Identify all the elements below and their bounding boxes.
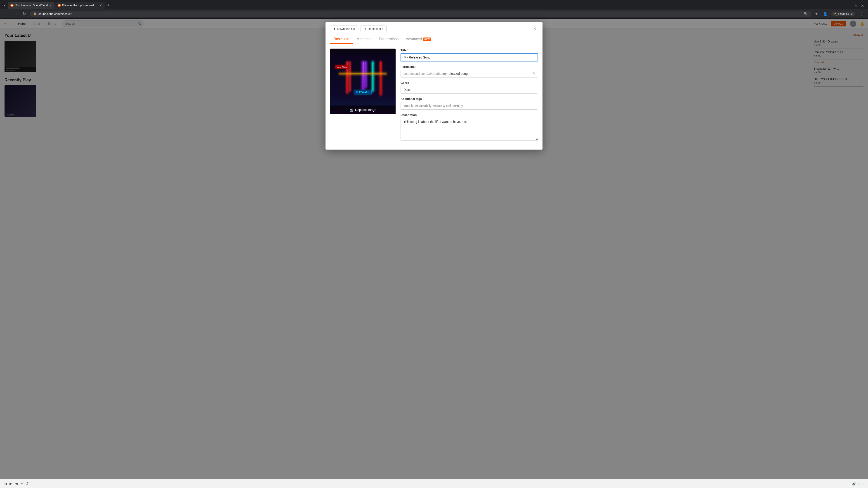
- description-form-group: Description This song is about the life …: [401, 113, 538, 141]
- browser-tab-2[interactable]: Discover the top streamed mus... ✕: [55, 2, 105, 9]
- tags-form-group: Additional tags: [401, 97, 538, 109]
- tags-input[interactable]: [401, 102, 538, 109]
- modal-overlay: ⬇ Download file ⬆ Replace file × Basic i…: [0, 18, 868, 479]
- modal-body: Coca-Cola CITYWALK 📷 Replace image: [326, 44, 542, 150]
- incognito-label: Incognito (2): [838, 12, 853, 15]
- browser-tab-bar: ▼ Your tracks on SoundCloud ✕ Discover t…: [0, 0, 868, 9]
- permalink-input-wrap: soundcloud.com/a24beaba/ my-released-son…: [401, 70, 538, 77]
- description-textarea[interactable]: This song is about the life I want to ha…: [401, 118, 538, 140]
- new-badge: NEW: [423, 37, 431, 41]
- bookmark-button[interactable]: ★: [813, 11, 819, 17]
- player-next-button[interactable]: ⏭: [14, 482, 18, 486]
- player-repeat-button[interactable]: ↺: [26, 482, 29, 486]
- tab2-favicon: [58, 4, 61, 7]
- modal-action-bar: ⬇ Download file ⬆ Replace file ×: [326, 22, 542, 34]
- incognito-badge[interactable]: 🥷 Incognito (2): [831, 11, 855, 16]
- permalink-prefix: soundcloud.com/a24beaba/: [403, 72, 442, 75]
- title-form-group: Title *: [401, 48, 538, 61]
- replace-file-label: Replace file: [368, 27, 383, 31]
- tags-label: Additional tags: [401, 97, 538, 101]
- camera-icon: 📷: [349, 108, 353, 111]
- address-bar-search-icon: 🔍: [804, 12, 808, 15]
- browser-tab-dropdown[interactable]: ▼: [2, 2, 7, 9]
- new-tab-button[interactable]: +: [105, 2, 112, 9]
- browser-tab-1[interactable]: Your tracks on SoundCloud ✕: [8, 2, 55, 9]
- tab-basic-info[interactable]: Basic info: [330, 34, 353, 44]
- genre-form-group: Genre Disco Pop Rock Electronic Hip-hop …: [401, 81, 538, 94]
- replace-image-overlay[interactable]: 📷 Replace image: [330, 105, 396, 114]
- player-shuffle-button[interactable]: ⇄: [20, 482, 23, 486]
- player-volume: 🔊 ♡ ≡: [852, 482, 864, 486]
- incognito-icon: 🥷: [833, 12, 837, 15]
- download-file-label: Download file: [337, 27, 355, 31]
- browser-chrome: ▼ Your tracks on SoundCloud ✕ Discover t…: [0, 0, 868, 19]
- address-bar-container[interactable]: 🔒 soundcloud.com/discover 🔍: [30, 11, 811, 17]
- reload-button[interactable]: ↻: [21, 10, 27, 17]
- forward-button[interactable]: →: [12, 11, 19, 17]
- genre-select[interactable]: Disco Pop Rock Electronic Hip-hop Jazz: [401, 86, 538, 94]
- track-image-container[interactable]: Coca-Cola CITYWALK 📷 Replace image: [330, 48, 396, 114]
- tab2-close[interactable]: ✕: [99, 4, 102, 7]
- permalink-edit-icon[interactable]: ✎: [532, 72, 535, 76]
- modal-form-column: Title * Permalink * soundcloud.com/a24be…: [401, 48, 538, 145]
- permalink-form-group: Permalink * soundcloud.com/a24beaba/ my-…: [401, 65, 538, 77]
- download-file-button[interactable]: ⬇ Download file: [330, 26, 358, 32]
- description-label: Description: [401, 113, 538, 117]
- modal-action-buttons: ⬇ Download file ⬆ Replace file: [330, 26, 386, 32]
- tab-permissions[interactable]: Permissions: [375, 34, 402, 44]
- address-bar-lock-icon: 🔒: [33, 12, 37, 15]
- tab1-title: Your tracks on SoundCloud: [15, 4, 48, 7]
- tab-metadata[interactable]: Metadata: [353, 34, 375, 44]
- modal-image-column: Coca-Cola CITYWALK 📷 Replace image: [330, 48, 396, 145]
- replace-image-label: Replace image: [355, 108, 376, 111]
- track-image-bg: Coca-Cola CITYWALK: [330, 48, 396, 114]
- minimize-button[interactable]: −: [847, 3, 852, 9]
- genre-label: Genre: [401, 81, 538, 85]
- tab1-favicon: [10, 4, 13, 7]
- player-controls: ⏮ ▶ ⏭ ⇄ ↺: [4, 482, 29, 486]
- title-input[interactable]: [401, 53, 538, 61]
- back-button[interactable]: ←: [3, 11, 10, 17]
- maximize-button[interactable]: □: [853, 4, 858, 9]
- player-play-button[interactable]: ▶: [9, 482, 12, 486]
- upload-icon: ⬆: [364, 27, 366, 31]
- permalink-label: Permalink *: [401, 65, 538, 68]
- close-window-button[interactable]: ✕: [859, 3, 866, 9]
- title-required: *: [407, 48, 408, 52]
- volume-icon: 🔊: [852, 482, 856, 486]
- browser-menu-button[interactable]: ⋮: [858, 10, 865, 18]
- tab2-title: Discover the top streamed mus...: [62, 4, 98, 7]
- modal-tabs: Basic info Metadata Permissions Advanced…: [326, 34, 542, 44]
- player-prev-button[interactable]: ⏮: [4, 482, 7, 486]
- replace-file-button[interactable]: ⬆ Replace file: [361, 26, 386, 32]
- sc-app: Home Feed Library 🔍 For Artists Upload 🔔…: [0, 19, 868, 488]
- download-icon: ⬇: [333, 27, 336, 31]
- permalink-value: my-released-song: [442, 72, 468, 75]
- tab1-close[interactable]: ✕: [49, 4, 52, 7]
- browser-addressbar: ← → ↻ 🔒 soundcloud.com/discover 🔍 ★ 👤 🥷 …: [0, 9, 868, 19]
- title-label: Title *: [401, 48, 538, 52]
- edit-track-modal: ⬇ Download file ⬆ Replace file × Basic i…: [326, 22, 542, 150]
- tab-advanced[interactable]: Advanced NEW: [402, 34, 434, 44]
- player-bar: ⏮ ▶ ⏭ ⇄ ↺ 🔊 ♡ ≡: [0, 479, 868, 488]
- like-icon[interactable]: ♡: [858, 482, 861, 486]
- address-bar-url: soundcloud.com/discover: [38, 12, 72, 15]
- permalink-required: *: [415, 65, 416, 68]
- modal-close-button[interactable]: ×: [531, 25, 538, 32]
- profile-icon-button[interactable]: 👤: [822, 11, 829, 17]
- advanced-tab-label: Advanced: [406, 37, 422, 41]
- queue-icon[interactable]: ≡: [863, 482, 864, 486]
